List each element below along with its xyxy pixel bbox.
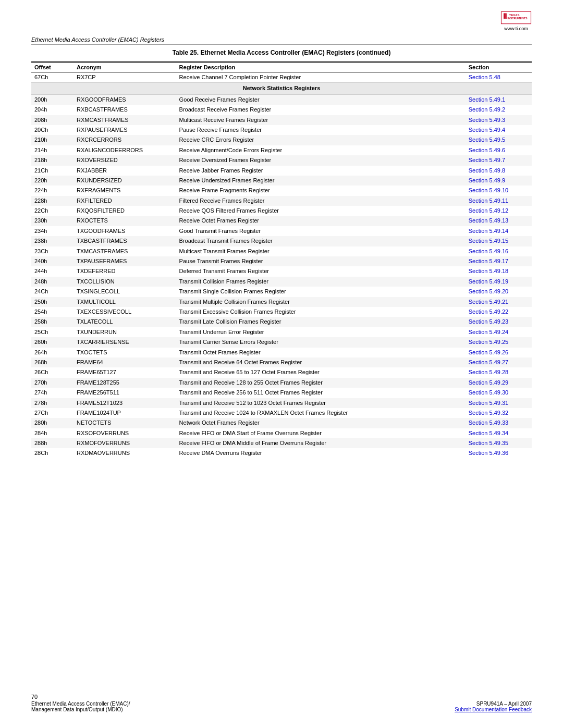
cell-offset: 288h	[31, 438, 74, 448]
table-row: 254hTXEXCESSIVECOLLTransmit Excessive Co…	[31, 307, 532, 317]
cell-description: Receive Undersized Frames Register	[176, 176, 466, 186]
cell-offset: 240h	[31, 256, 74, 266]
table-title: Table 25. Ethernet Media Access Controll…	[31, 49, 532, 56]
section-link[interactable]: Section 5.49.29	[469, 379, 508, 386]
col-header-section: Section	[466, 62, 532, 72]
section-link[interactable]: Section 5.49.32	[469, 410, 508, 416]
section-link[interactable]: Section 5.49.22	[469, 309, 508, 315]
section-link[interactable]: Section 5.49.24	[469, 329, 508, 335]
cell-offset: 200h	[31, 94, 74, 105]
cell-acronym: RXOCTETS	[74, 216, 176, 226]
table-row: 20ChRXPAUSEFRAMESPause Receive Frames Re…	[31, 125, 532, 135]
cell-description: Receive Octet Frames Register	[176, 216, 466, 226]
footer-left: 70 Ethernet Media Access Controller (EMA…	[31, 694, 130, 712]
cell-acronym: RXFRAGMENTS	[74, 186, 176, 195]
section-link[interactable]: Section 5.49.13	[469, 217, 508, 224]
table-row: 230hRXOCTETSReceive Octet Frames Registe…	[31, 216, 532, 226]
section-link[interactable]: Section 5.49.21	[469, 299, 508, 305]
section-link[interactable]: Section 5.49.31	[469, 400, 508, 406]
footer-doc-id: SPRU941A – April 2007	[476, 701, 532, 707]
section-link[interactable]: Section 5.49.33	[469, 419, 508, 426]
cell-offset: 208h	[31, 115, 74, 125]
table-row: 260hTXCARRIERSENSETransmit Carrier Sense…	[31, 337, 532, 347]
section-link[interactable]: Section 5.49.30	[469, 389, 508, 396]
footer-left-line2: Management Data Input/Output (MDIO)	[31, 707, 130, 712]
cell-offset: 214h	[31, 145, 74, 155]
cell-acronym: RXJABBER	[74, 166, 176, 176]
table-row: 234hTXGOODFRAMESGood Transmit Frames Reg…	[31, 226, 532, 236]
cell-description: Broadcast Transmit Frames Register	[176, 236, 466, 246]
section-link[interactable]: Section 5.49.3	[469, 117, 505, 123]
cell-offset: 24Ch	[31, 287, 74, 297]
section-link[interactable]: Section 5.49.18	[469, 268, 508, 274]
section-link[interactable]: Section 5.49.19	[469, 278, 508, 285]
cell-acronym: TXCOLLISION	[74, 277, 176, 287]
cell-acronym: FRAME512T1023	[74, 398, 176, 408]
section-link[interactable]: Section 5.49.10	[469, 187, 508, 193]
table-row: 22ChRXQOSFILTEREDReceive QOS Filtered Fr…	[31, 206, 532, 216]
cell-section: Section 5.49.18	[466, 266, 532, 276]
section-link[interactable]: Section 5.49.16	[469, 248, 508, 254]
section-link[interactable]: Section 5.49.25	[469, 339, 508, 345]
section-link[interactable]: Section 5.49.8	[469, 167, 505, 174]
section-link[interactable]: Section 5.49.27	[469, 359, 508, 365]
table-row: 264hTXOCTETSTransmit Octet Frames Regist…	[31, 348, 532, 357]
section-link[interactable]: Section 5.49.28	[469, 369, 508, 375]
section-link[interactable]: Section 5.49.9	[469, 177, 505, 183]
table-row: 250hTXMULTICOLLTransmit Multiple Collisi…	[31, 297, 532, 307]
cell-section: Section 5.49.23	[466, 317, 532, 327]
page: TEXAS INSTRUMENTS www.ti.com Ethernet Me…	[0, 0, 563, 728]
cell-description: Multicast Receive Frames Register	[176, 115, 466, 125]
section-link[interactable]: Section 5.49.15	[469, 238, 508, 244]
cell-offset: 278h	[31, 398, 74, 408]
section-link[interactable]: Section 5.48	[469, 74, 500, 80]
section-link[interactable]: Section 5.49.5	[469, 137, 505, 143]
section-link[interactable]: Section 5.49.12	[469, 207, 508, 214]
cell-offset: 244h	[31, 266, 74, 276]
cell-description: Transmit and Receive 65 to 127 Octet Fra…	[176, 367, 466, 377]
cell-acronym: TXGOODFRAMES	[74, 226, 176, 236]
table-row: 238hTXBCASTFRAMESBroadcast Transmit Fram…	[31, 236, 532, 246]
footer-left-line1: Ethernet Media Access Controller (EMAC)/	[31, 701, 130, 707]
section-link[interactable]: Section 5.49.1	[469, 96, 505, 103]
table-row: 278hFRAME512T1023Transmit and Receive 51…	[31, 398, 532, 408]
section-link[interactable]: Section 5.49.17	[469, 258, 508, 264]
cell-offset: 218h	[31, 155, 74, 165]
section-link[interactable]: Section 5.49.23	[469, 318, 508, 325]
section-link[interactable]: Section 5.49.4	[469, 127, 505, 133]
cell-section: Section 5.49.36	[466, 448, 532, 458]
cell-section: Section 5.49.31	[466, 398, 532, 408]
cell-description: Network Octet Frames Register	[176, 418, 466, 428]
submit-feedback-link[interactable]: Submit Documentation Feedback	[455, 707, 532, 712]
cell-section: Section 5.49.34	[466, 428, 532, 438]
table-row: 220hRXUNDERSIZEDReceive Undersized Frame…	[31, 176, 532, 186]
section-link[interactable]: Section 5.49.20	[469, 288, 508, 294]
cell-description: Pause Transmit Frames Register	[176, 256, 466, 266]
cell-acronym: RXQOSFILTERED	[74, 206, 176, 216]
table-row: 274hFRAME256T511Transmit and Receive 256…	[31, 388, 532, 398]
section-link[interactable]: Section 5.49.11	[469, 198, 508, 204]
section-link[interactable]: Section 5.49.2	[469, 106, 505, 113]
section-link[interactable]: Section 5.49.35	[469, 440, 508, 446]
cell-acronym: TXCARRIERSENSE	[74, 337, 176, 347]
cell-acronym: TXBCASTFRAMES	[74, 236, 176, 246]
table-row: 25ChTXUNDERRUNTransmit Underrun Error Re…	[31, 327, 532, 337]
cell-description: Receive FIFO or DMA Start of Frame Overr…	[176, 428, 466, 438]
table-row: 284hRXSOFOVERRUNSReceive FIFO or DMA Sta…	[31, 428, 532, 438]
table-row: 28ChRXDMAOVERRUNSReceive DMA Overruns Re…	[31, 448, 532, 458]
cell-offset: 204h	[31, 105, 74, 115]
section-link[interactable]: Section 5.49.7	[469, 157, 505, 163]
cell-acronym: TXSINGLECOLL	[74, 287, 176, 297]
cell-acronym: FRAME256T511	[74, 388, 176, 398]
section-link[interactable]: Section 5.49.14	[469, 228, 508, 234]
section-link[interactable]: Section 5.49.36	[469, 450, 508, 456]
cell-section: Section 5.49.10	[466, 186, 532, 195]
section-link[interactable]: Section 5.49.26	[469, 349, 508, 355]
cell-offset: 23Ch	[31, 246, 74, 256]
section-link[interactable]: Section 5.49.34	[469, 430, 508, 436]
section-link[interactable]: Section 5.49.6	[469, 147, 505, 153]
table-row: 208hRXMCASTFRAMESMulticast Receive Frame…	[31, 115, 532, 125]
cell-offset: 67Ch	[31, 72, 74, 83]
table-row: 240hTXPAUSEFRAMESPause Transmit Frames R…	[31, 256, 532, 266]
cell-section: Section 5.49.15	[466, 236, 532, 246]
